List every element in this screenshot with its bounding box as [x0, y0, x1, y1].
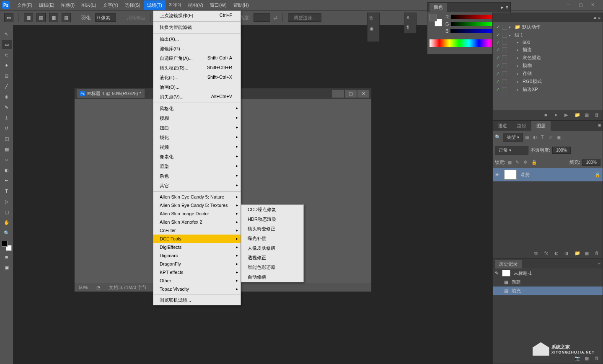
menu-t[interactable]: 滤镜(T): [144, 0, 166, 10]
filter-item[interactable]: 油画(O)...: [153, 83, 241, 92]
filter-item[interactable]: 消失点(V)...Alt+Ctrl+V: [153, 92, 241, 102]
collapse-icon[interactable]: ◂: [593, 15, 596, 21]
history-step[interactable]: ▦新建: [493, 278, 603, 287]
filter-item[interactable]: Topaz Vivacity: [153, 285, 241, 293]
fg-bg-colors[interactable]: [2, 241, 12, 251]
action-item[interactable]: ✓▸RGB模式: [494, 77, 602, 85]
eyedropper-tool[interactable]: ╱: [2, 82, 12, 91]
menu-f[interactable]: 文件(F): [14, 0, 36, 10]
filter-item[interactable]: CnFilter: [153, 226, 241, 235]
blur-tool[interactable]: ○: [2, 155, 12, 164]
filter-item[interactable]: 镜头校正(R)...Shift+Ctrl+R: [153, 63, 241, 73]
filter-item[interactable]: 像素化: [153, 152, 241, 162]
filter-smart-icon[interactable]: ▣: [557, 134, 563, 140]
fill-input[interactable]: 100%: [582, 159, 600, 166]
heal-tool[interactable]: ⊕: [2, 92, 12, 101]
wand-tool[interactable]: ✦: [2, 61, 12, 70]
type-tool[interactable]: T: [2, 186, 12, 196]
action-item[interactable]: ✓▸模糊: [494, 62, 602, 70]
doc-min-button[interactable]: ─: [332, 90, 344, 98]
filter-item[interactable]: Alien Skin Xenofex 2: [153, 218, 241, 226]
path-tool[interactable]: ▷: [2, 197, 12, 206]
menu-icon[interactable]: ≡: [598, 123, 601, 129]
lock-paint-icon[interactable]: ✎: [515, 160, 521, 165]
lock-trans-icon[interactable]: ▦: [507, 160, 513, 165]
menu-s[interactable]: 选择(S): [122, 0, 144, 10]
action-item[interactable]: ✓▸600: [494, 39, 602, 46]
submenu-item[interactable]: 自动修缮: [241, 272, 303, 282]
doc-info[interactable]: 文档:3.71M/0 字节: [109, 284, 147, 291]
submenu-item[interactable]: 透视修正: [241, 253, 303, 263]
filter-item[interactable]: KPT effects: [153, 268, 241, 276]
filter-item[interactable]: Alien Skin Eye Candy 5: Textures: [153, 201, 241, 209]
type-icon[interactable]: A: [406, 15, 414, 21]
record-icon[interactable]: ●: [554, 112, 560, 118]
filter-item[interactable]: 抽出(X)...: [153, 34, 241, 44]
tool-preset-icon[interactable]: ▭: [4, 13, 13, 22]
select-sub-icon[interactable]: ▦: [49, 13, 58, 22]
maximize-button[interactable]: ▢: [579, 2, 585, 8]
filter-item[interactable]: Alien Skin Eye Candy 5: Nature: [153, 193, 241, 201]
submenu-item[interactable]: 镜头畸变修正: [241, 224, 303, 234]
collapsed-panel-1[interactable]: ⎘ ◉: [367, 13, 380, 42]
action-item[interactable]: ✓▸描边: [494, 46, 602, 54]
menu-l[interactable]: 图层(L): [78, 0, 99, 10]
lock-pos-icon[interactable]: ✥: [523, 160, 529, 165]
filter-item[interactable]: DragonFly: [153, 260, 241, 268]
gradient-tool[interactable]: ▤: [2, 145, 12, 154]
history-tab[interactable]: 历史记录: [495, 260, 522, 268]
tab-paths[interactable]: 路径: [512, 121, 531, 131]
filter-item[interactable]: 扭曲: [153, 123, 241, 133]
filter-item[interactable]: Digimarc: [153, 251, 241, 260]
lock-all-icon[interactable]: 🔒: [531, 160, 537, 165]
doc-close-button[interactable]: ✕: [357, 90, 369, 98]
stamp-tool[interactable]: ⊥: [2, 113, 12, 122]
submenu-item[interactable]: 智能色彩还原: [241, 263, 303, 272]
tab-channels[interactable]: 通道: [493, 121, 512, 131]
trash-icon[interactable]: 🗑: [595, 250, 600, 256]
snapshot-icon[interactable]: 📷: [575, 356, 580, 361]
doc-max-button[interactable]: ▢: [345, 90, 357, 98]
lasso-tool[interactable]: ⊂: [2, 50, 12, 59]
filter-type-icon[interactable]: T: [541, 134, 547, 140]
crop-tool[interactable]: ⊡: [2, 71, 12, 80]
filter-item[interactable]: DCE Tools: [153, 235, 241, 243]
menu-v[interactable]: 视图(V): [184, 0, 207, 10]
move-tool[interactable]: ↖: [2, 29, 12, 39]
menu-icon[interactable]: ≡: [598, 15, 600, 21]
marquee-tool[interactable]: ▭: [2, 40, 12, 49]
g-slider[interactable]: [451, 22, 494, 26]
refine-edge-button[interactable]: 调整边缘...: [288, 13, 321, 22]
filter-item[interactable]: DigiEffects: [153, 243, 241, 251]
filter-item[interactable]: 杂色: [153, 171, 241, 181]
b-slider[interactable]: [450, 29, 494, 33]
select-new-icon[interactable]: ▦: [24, 13, 33, 22]
collapse-icon[interactable]: ▸: [501, 5, 504, 10]
new-layer-icon[interactable]: ▦: [585, 250, 590, 256]
brush-tool[interactable]: ✎: [2, 103, 12, 112]
blend-mode[interactable]: 正常 ▾: [495, 146, 528, 155]
filter-item[interactable]: Alien Skin Image Doctor: [153, 209, 241, 218]
menu-w[interactable]: 窗口(W): [207, 0, 230, 10]
filter-item[interactable]: 渲染: [153, 162, 241, 171]
new-doc-icon[interactable]: ▦: [585, 356, 590, 361]
zoom-level[interactable]: 50%: [79, 285, 88, 290]
filter-adjust-icon[interactable]: ◐: [533, 134, 539, 140]
icon-a[interactable]: ⎘: [370, 15, 377, 23]
color-tab[interactable]: 颜色: [430, 3, 447, 12]
mask-icon[interactable]: ◐: [554, 250, 560, 256]
color-swatch[interactable]: [430, 14, 442, 26]
filter-item[interactable]: 上次滤镜操作(F)Ctrl+F: [153, 11, 241, 21]
filter-item[interactable]: 锐化: [153, 133, 241, 142]
filter-pixel-icon[interactable]: ▦: [525, 134, 531, 140]
close-button[interactable]: ✕: [591, 2, 597, 8]
filter-item[interactable]: 风格化: [153, 104, 241, 114]
feather-input[interactable]: [95, 13, 116, 22]
filter-item[interactable]: Other: [153, 276, 241, 285]
action-item[interactable]: ✓▸存储: [494, 70, 602, 77]
r-slider[interactable]: [451, 15, 494, 19]
action-item[interactable]: ✓▸灰色描边: [494, 54, 602, 62]
adjust-icon[interactable]: ◑: [564, 250, 570, 256]
filter-item[interactable]: 浏览联机滤镜...: [153, 295, 241, 305]
dodge-tool[interactable]: ◐: [2, 165, 12, 175]
